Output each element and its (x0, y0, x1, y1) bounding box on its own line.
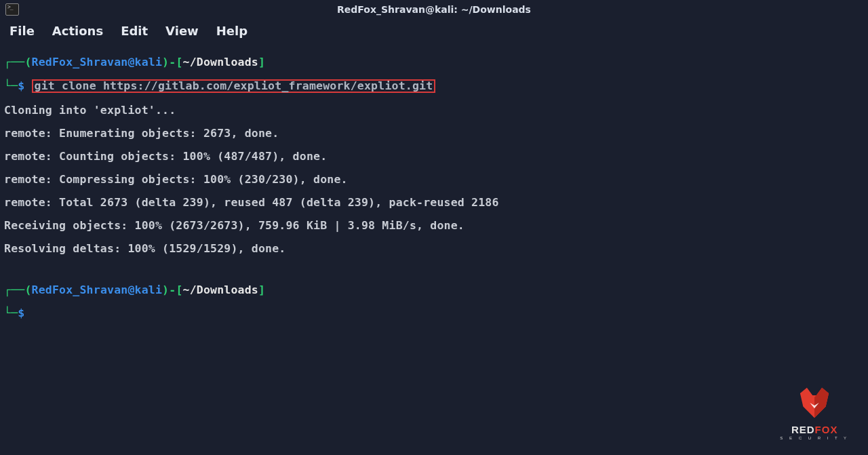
terminal-output[interactable]: ┌──(RedFox_Shravan@kali)-[~/Downloads] └… (0, 42, 868, 333)
menu-actions[interactable]: Actions (52, 24, 103, 38)
highlighted-command: git clone https://gitlab.com/expliot_fra… (32, 79, 436, 94)
terminal-icon (5, 3, 19, 16)
prompt-at-2: @ (127, 283, 134, 296)
output-line-6: Receiving objects: 100% (2673/2673), 759… (4, 220, 864, 231)
output-line-1: Cloning into 'expliot'... (4, 104, 864, 116)
output-line-5: remote: Total 2673 (delta 239), reused 4… (4, 197, 864, 208)
watermark-logo: REDFOX S E C U R I T Y (780, 386, 849, 440)
prompt-corner-top: ┌── (4, 56, 24, 68)
prompt-path-2: ~/Downloads (183, 283, 258, 296)
prompt-close-user-2: )-[ (162, 283, 182, 296)
logo-text-red: RED (791, 424, 815, 435)
command-text: git clone https://gitlab.com/expliot_fra… (35, 79, 433, 92)
menu-file[interactable]: File (9, 24, 35, 38)
logo-text-fox: FOX (815, 424, 838, 435)
menu-edit[interactable]: Edit (121, 24, 148, 38)
prompt-open-paren: ( (24, 56, 31, 68)
prompt-user: RedFox_Shravan (32, 56, 128, 68)
prompt-close-bracket-2: ] (258, 283, 265, 296)
prompt-host: kali (135, 56, 163, 68)
prompt-line-1: ┌──(RedFox_Shravan@kali)-[~/Downloads] (4, 56, 864, 68)
spacer (4, 266, 864, 273)
prompt-path: ~/Downloads (183, 56, 258, 68)
prompt-at: @ (127, 56, 134, 68)
prompt-user-2: RedFox_Shravan (32, 283, 128, 296)
prompt-close-bracket: ] (258, 56, 265, 68)
output-line-2: remote: Enumerating objects: 2673, done. (4, 127, 864, 139)
prompt-corner-bottom: └─ (4, 79, 18, 92)
prompt-open-paren-2: ( (24, 283, 31, 296)
prompt-symbol-2: $ (18, 306, 24, 319)
prompt-line-2: ┌──(RedFox_Shravan@kali)-[~/Downloads] (4, 284, 864, 296)
menu-view[interactable]: View (165, 24, 199, 38)
window-title: RedFox_Shravan@kali: ~/Downloads (337, 4, 531, 15)
prompt-command-line-2[interactable]: └─$ (4, 307, 864, 319)
menu-help[interactable]: Help (216, 24, 248, 38)
fox-icon (794, 386, 835, 420)
prompt-corner-bottom-2: └─ (4, 306, 18, 319)
prompt-corner-top-2: ┌── (4, 283, 24, 296)
prompt-symbol: $ (18, 79, 24, 92)
prompt-host-2: kali (135, 283, 163, 296)
output-line-7: Resolving deltas: 100% (1529/1529), done… (4, 243, 864, 254)
logo-subtitle: S E C U R I T Y (780, 436, 849, 440)
prompt-close-user: )-[ (162, 56, 182, 68)
menu-bar: File Actions Edit View Help (0, 19, 868, 42)
output-line-3: remote: Counting objects: 100% (487/487)… (4, 151, 864, 162)
output-line-4: remote: Compressing objects: 100% (230/2… (4, 174, 864, 185)
prompt-command-line-1: └─$ git clone https://gitlab.com/expliot… (4, 79, 864, 94)
window-titlebar: RedFox_Shravan@kali: ~/Downloads (0, 0, 868, 19)
logo-brand: REDFOX (780, 424, 849, 435)
